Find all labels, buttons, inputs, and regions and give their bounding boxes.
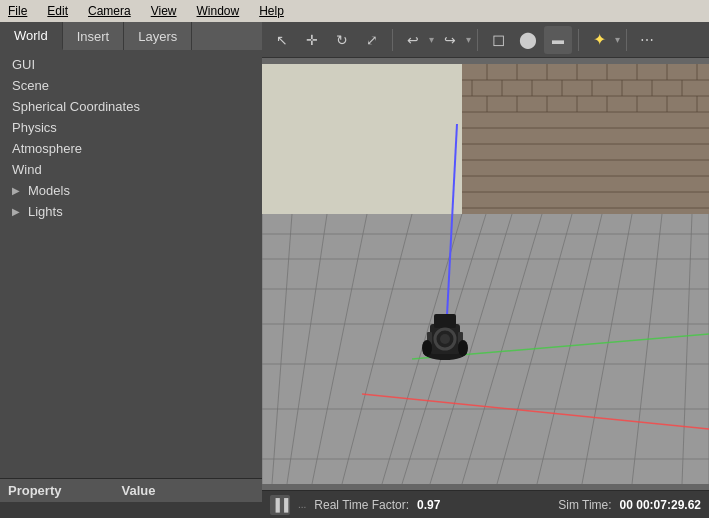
tab-insert[interactable]: Insert: [63, 22, 125, 50]
svg-point-70: [440, 334, 450, 344]
tree-item-physics[interactable]: Physics: [0, 117, 262, 138]
more-button[interactable]: ⋯: [633, 26, 661, 54]
tree-item-gui[interactable]: GUI: [0, 54, 262, 75]
light-tool-button[interactable]: ✦: [585, 26, 613, 54]
menu-help[interactable]: Help: [255, 2, 288, 20]
separator-4: [626, 29, 627, 51]
value-col-label: Value: [121, 483, 155, 498]
viewport: ↖ ✛ ↻ ⤢ ↩ ▾ ↪ ▾ ◻ ⬤ ▬ ✦ ▾ ⋯: [262, 22, 709, 518]
tree-item-atmosphere[interactable]: Atmosphere: [0, 138, 262, 159]
rtf-label: Real Time Factor:: [314, 498, 409, 512]
menu-window[interactable]: Window: [193, 2, 244, 20]
property-panel: Property Value: [0, 478, 262, 518]
separator-3: [578, 29, 579, 51]
rtf-value: 0.97: [417, 498, 440, 512]
menu-camera[interactable]: Camera: [84, 2, 135, 20]
scene-area[interactable]: [262, 58, 709, 490]
pause-button[interactable]: ▐▐: [270, 495, 290, 515]
cylinder-tool-button[interactable]: ▬: [544, 26, 572, 54]
tree-item-lights[interactable]: Lights: [0, 201, 262, 222]
svg-point-74: [458, 340, 468, 356]
menubar: File Edit Camera View Window Help: [0, 0, 709, 22]
property-header: Property Value: [0, 479, 262, 502]
menu-file[interactable]: File: [4, 2, 31, 20]
svg-point-73: [422, 340, 432, 356]
sim-value: 00 00:07:29.62: [620, 498, 701, 512]
tree-list: GUI Scene Spherical Coordinates Physics …: [0, 50, 262, 478]
left-panel: World Insert Layers GUI Scene Spherical …: [0, 22, 262, 518]
toolbar: ↖ ✛ ↻ ⤢ ↩ ▾ ↪ ▾ ◻ ⬤ ▬ ✦ ▾ ⋯: [262, 22, 709, 58]
status-dots: ...: [298, 499, 306, 510]
separator-2: [477, 29, 478, 51]
separator-1: [392, 29, 393, 51]
select-tool-button[interactable]: ↖: [268, 26, 296, 54]
svg-rect-40: [262, 214, 709, 484]
main-layout: World Insert Layers GUI Scene Spherical …: [0, 22, 709, 518]
tab-world[interactable]: World: [0, 22, 63, 50]
tab-layers[interactable]: Layers: [124, 22, 192, 50]
box-tool-button[interactable]: ◻: [484, 26, 512, 54]
statusbar: ▐▐ ... Real Time Factor: 0.97 Sim Time: …: [262, 490, 709, 518]
tree-item-spherical[interactable]: Spherical Coordinates: [0, 96, 262, 117]
sphere-tool-button[interactable]: ⬤: [514, 26, 542, 54]
property-col-label: Property: [8, 483, 61, 498]
redo-button[interactable]: ↪: [436, 26, 464, 54]
move-tool-button[interactable]: ✛: [298, 26, 326, 54]
tree-item-wind[interactable]: Wind: [0, 159, 262, 180]
undo-button[interactable]: ↩: [399, 26, 427, 54]
redo-dropdown[interactable]: ▾: [466, 34, 471, 45]
undo-dropdown[interactable]: ▾: [429, 34, 434, 45]
tree-item-models[interactable]: Models: [0, 180, 262, 201]
tab-bar: World Insert Layers: [0, 22, 262, 50]
sim-label: Sim Time:: [558, 498, 611, 512]
svg-rect-68: [434, 314, 456, 328]
menu-edit[interactable]: Edit: [43, 2, 72, 20]
scale-tool-button[interactable]: ⤢: [358, 26, 386, 54]
scene-svg: [262, 58, 709, 490]
tree-item-scene[interactable]: Scene: [0, 75, 262, 96]
menu-view[interactable]: View: [147, 2, 181, 20]
rotate-tool-button[interactable]: ↻: [328, 26, 356, 54]
light-dropdown[interactable]: ▾: [615, 34, 620, 45]
